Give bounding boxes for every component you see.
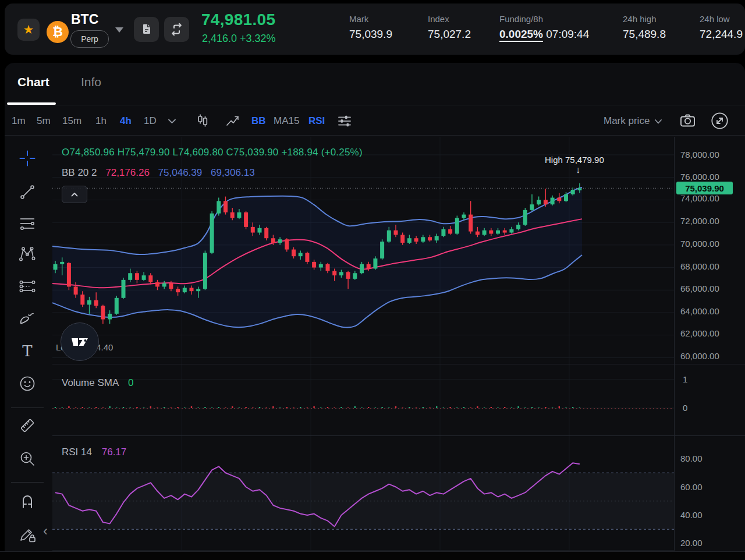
axis-tick: 78,000.00 — [680, 150, 719, 160]
tab-chart[interactable]: Chart — [17, 75, 49, 89]
bb-upper-value: 75,046.39 — [158, 167, 203, 178]
tradingview-logo[interactable] — [61, 322, 99, 361]
brush-icon — [18, 310, 37, 327]
screenshot-button[interactable] — [679, 112, 697, 130]
collapse-pane-button[interactable] — [62, 186, 87, 203]
expand-icon — [710, 111, 729, 130]
high-annotation: High 75,479.90 — [545, 155, 604, 165]
projection-tool[interactable] — [17, 276, 38, 297]
high-arrow-icon: ↓ — [576, 165, 580, 175]
crosshair-tool[interactable] — [17, 148, 38, 169]
price-change: 2,416.0 +3.32% — [202, 33, 276, 45]
measure-tool[interactable] — [17, 415, 38, 436]
stat-index: Index 75,027.2 — [428, 14, 471, 41]
bb-lower-value: 69,306.13 — [211, 167, 255, 178]
sliders-icon — [336, 113, 353, 129]
trend-line-icon — [19, 183, 36, 201]
document-icon — [139, 22, 154, 37]
divider — [11, 407, 44, 408]
bb-basis-value: 72,176.26 — [105, 167, 150, 178]
rsi-legend: RSI 14 76.17 — [62, 446, 126, 458]
interval-1h[interactable]: 1h — [95, 115, 107, 127]
smiley-icon — [18, 374, 37, 393]
chart-style-button[interactable] — [194, 112, 211, 129]
stat-label: Funding/8h — [499, 14, 589, 24]
contract-details-button[interactable] — [134, 17, 159, 42]
axis-tick: 68,000.00 — [680, 261, 719, 271]
rsi-value: 76.17 — [102, 446, 127, 458]
symbol-title: BTC — [71, 12, 98, 27]
axis-tick: 74,000.00 — [680, 193, 719, 203]
stat-label: 24h high — [623, 14, 666, 24]
pane-divider[interactable] — [52, 435, 745, 436]
fullscreen-button[interactable] — [710, 111, 729, 130]
horizontal-lines-icon — [19, 215, 36, 232]
rsi-axis-tick: 20.00 — [680, 538, 703, 548]
collapse-sidebar-button[interactable]: ‹ — [43, 523, 48, 539]
stat-value: 0.0025% 07:09:44 — [499, 28, 589, 41]
zoom-in-tool[interactable] — [17, 448, 38, 469]
magnifier-plus-icon — [18, 449, 37, 468]
rsi-legend-label: RSI 14 — [62, 446, 92, 458]
interval-15m[interactable]: 15m — [62, 115, 81, 127]
last-traded-price: 74,981.05 — [201, 10, 275, 29]
xabcd-pattern-tool[interactable] — [17, 244, 38, 265]
axis-tick: 66,000.00 — [680, 283, 719, 293]
volume-sma-value: 0 — [128, 377, 133, 388]
interval-1m[interactable]: 1m — [12, 115, 26, 127]
text-tool[interactable]: T — [17, 341, 38, 361]
emoji-tool[interactable] — [17, 373, 38, 394]
pattern-icon — [18, 246, 37, 263]
volume-axis-tick: 1 — [683, 374, 687, 384]
chevron-down-icon — [654, 119, 662, 124]
interval-1d[interactable]: 1D — [144, 115, 157, 127]
divider — [11, 482, 44, 483]
interval-5m[interactable]: 5m — [37, 115, 51, 127]
tab-info[interactable]: Info — [81, 75, 101, 89]
chevron-down-icon — [168, 118, 176, 124]
volume-legend-label: Volume SMA — [62, 377, 118, 388]
chevron-up-icon — [71, 192, 78, 197]
switch-layout-button[interactable] — [164, 17, 189, 42]
stat-label: 24h low — [700, 14, 743, 24]
indicator-rsi[interactable]: RSI — [308, 115, 325, 127]
funding-rate[interactable]: 0.0025% — [499, 28, 543, 42]
stat-label: Index — [428, 14, 471, 24]
axis-tick: 62,000.00 — [680, 328, 719, 338]
camera-icon — [679, 112, 697, 130]
indicator-bb[interactable]: BB — [251, 115, 266, 127]
symbol-dropdown-icon[interactable] — [115, 27, 123, 33]
line-chart-icon — [225, 113, 241, 129]
pencil-lock-icon — [17, 525, 37, 545]
price-source-caret[interactable] — [654, 119, 662, 124]
brush-tool[interactable] — [17, 308, 38, 329]
trend-line-tool[interactable] — [17, 182, 38, 203]
line-chart-button[interactable] — [225, 113, 241, 129]
fib-retracement-tool[interactable] — [17, 213, 38, 234]
indicator-ma15[interactable]: MA15 — [274, 115, 299, 127]
more-intervals-button[interactable] — [168, 118, 176, 124]
pane-divider[interactable] — [52, 364, 745, 364]
stat-value: 75,027.2 — [428, 28, 471, 41]
price-source-select[interactable]: Mark price — [604, 115, 650, 127]
price-axis[interactable]: 78,000.00 76,000.00 74,000.00 72,000.00 … — [674, 137, 745, 551]
bb-legend: BB 20 2 72,176.26 75,046.39 69,306.13 — [62, 167, 255, 179]
indicator-settings-button[interactable] — [336, 113, 353, 129]
favorite-button[interactable]: ★ — [17, 19, 40, 41]
star-icon: ★ — [23, 23, 34, 37]
crosshair-icon — [19, 150, 36, 167]
funding-countdown: 07:09:44 — [546, 28, 589, 40]
stat-label: Mark — [349, 14, 392, 24]
chart-canvas[interactable] — [52, 137, 674, 551]
axis-tick: 76,000.00 — [680, 172, 719, 182]
divider — [5, 105, 745, 105]
magnet-tool[interactable] — [17, 491, 38, 512]
last-price-label: 75,039.90 — [676, 182, 733, 194]
bitcoin-icon: ₿ — [47, 21, 69, 43]
drawing-lock-tool[interactable] — [17, 524, 38, 545]
rsi-axis-tick: 40.00 — [680, 510, 703, 520]
stat-24h-high: 24h high 75,489.8 — [623, 14, 666, 41]
interval-4h-active[interactable]: 4h — [120, 115, 132, 127]
bottom-strip — [0, 551, 745, 560]
trading-app: ★ ₿ BTC Perp 74,981.05 2,416.0 +3.32% Ma… — [0, 0, 745, 560]
